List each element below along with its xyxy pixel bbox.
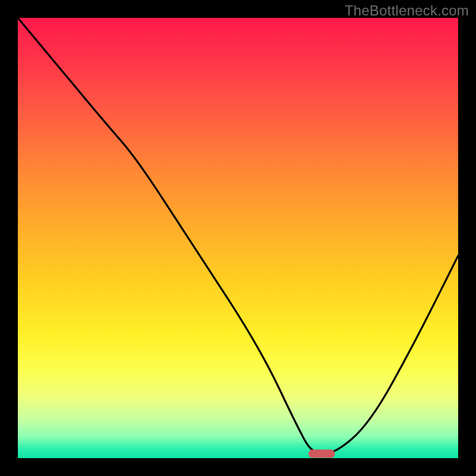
watermark-text: TheBottleneck.com: [345, 2, 469, 19]
chart-stage: TheBottleneck.com: [0, 0, 476, 476]
bottleneck-curve: [18, 18, 458, 454]
optimum-pill: [308, 450, 334, 458]
curve-svg: [18, 18, 458, 458]
plot-area: [18, 18, 458, 458]
